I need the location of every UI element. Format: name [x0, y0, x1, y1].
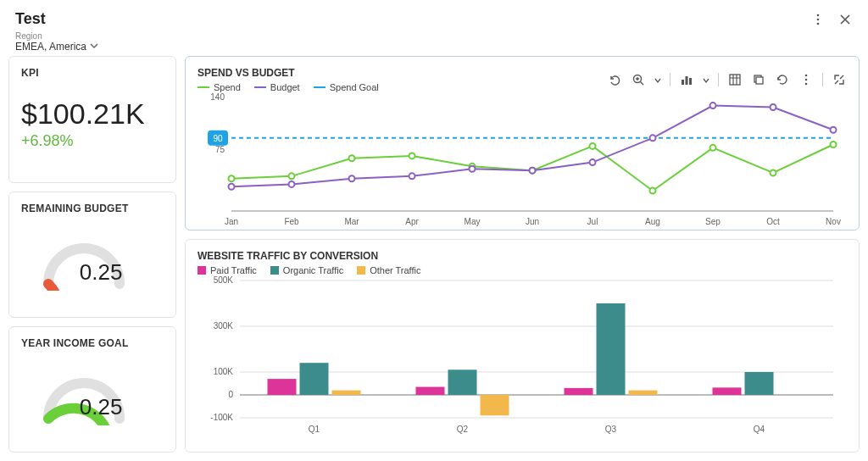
svg-text:Oct: Oct [766, 217, 780, 226]
svg-point-30 [289, 181, 295, 187]
svg-rect-75 [713, 387, 742, 395]
undo-icon[interactable] [607, 72, 622, 87]
svg-point-27 [771, 170, 776, 176]
svg-text:100K: 100K [214, 367, 234, 376]
svg-text:75: 75 [215, 145, 225, 154]
svg-point-2 [817, 23, 820, 25]
svg-point-21 [409, 153, 415, 158]
svg-text:Q4: Q4 [754, 425, 765, 434]
svg-point-29 [229, 184, 235, 190]
svg-text:Jun: Jun [526, 217, 539, 226]
chevron-down-icon [654, 72, 661, 87]
year-income-goal-card[interactable]: YEAR INCOME GOAL 0.25 [8, 326, 176, 453]
svg-point-39 [831, 127, 837, 133]
table-icon[interactable] [727, 72, 743, 87]
svg-text:0: 0 [228, 390, 233, 399]
chart-toolbar [607, 72, 847, 87]
svg-text:140: 140 [210, 92, 225, 102]
expand-icon[interactable] [832, 72, 847, 87]
remaining-budget-card[interactable]: REMAINING BUDGET 0.25 [8, 192, 176, 318]
svg-text:300K: 300K [214, 321, 234, 330]
svg-text:Sep: Sep [705, 217, 721, 226]
svg-rect-71 [565, 388, 593, 395]
svg-rect-68 [448, 369, 477, 395]
svg-rect-6 [689, 78, 692, 85]
svg-point-32 [409, 173, 415, 179]
refresh-icon[interactable] [775, 72, 790, 87]
spend-vs-budget-chart: 7514090JanFebMarAprMayJunJulAugSepOctNov [198, 92, 842, 228]
legend-organic: Organic Traffic [283, 265, 343, 275]
legend-spend-goal: Spend Goal [330, 82, 379, 92]
svg-rect-76 [745, 372, 774, 395]
svg-text:Mar: Mar [344, 217, 359, 226]
website-traffic-card[interactable]: WEBSITE TRAFFIC BY CONVERSION Paid Traff… [185, 239, 860, 453]
svg-point-31 [349, 175, 355, 181]
kpi-card[interactable]: KPI $100.21K +6.98% [8, 56, 176, 183]
spend-chart-title: SPEND VS BUDGET [198, 67, 379, 79]
copy-icon[interactable] [751, 72, 766, 87]
svg-point-25 [650, 188, 656, 194]
svg-point-33 [470, 166, 476, 172]
svg-text:Aug: Aug [645, 217, 660, 226]
svg-point-12 [805, 83, 808, 86]
legend-paid: Paid Traffic [210, 265, 257, 275]
legend-budget: Budget [270, 82, 300, 92]
svg-text:90: 90 [213, 134, 223, 143]
svg-rect-64 [300, 363, 329, 395]
svg-point-18 [229, 175, 235, 181]
chart-type-icon[interactable] [679, 72, 694, 87]
svg-point-34 [530, 168, 536, 174]
svg-point-19 [289, 173, 295, 179]
chevron-down-icon [703, 72, 709, 87]
svg-rect-7 [730, 75, 740, 85]
year-income-goal-title: YEAR INCOME GOAL [21, 337, 164, 349]
region-value-text: EMEA, America [15, 41, 86, 53]
region-dropdown[interactable]: EMEA, America [15, 41, 810, 53]
svg-text:Q2: Q2 [457, 425, 469, 434]
legend-spend: Spend [214, 82, 241, 92]
svg-text:Jan: Jan [225, 217, 238, 226]
svg-rect-63 [268, 379, 297, 395]
svg-point-35 [590, 159, 596, 165]
svg-point-10 [805, 75, 808, 77]
website-traffic-chart: -100K0100K300K500KQ1Q2Q3Q4 [198, 275, 842, 436]
close-icon[interactable] [837, 12, 853, 27]
svg-rect-4 [682, 80, 684, 85]
svg-text:Q1: Q1 [309, 425, 320, 434]
more-vertical-icon[interactable] [798, 72, 814, 87]
svg-text:May: May [465, 217, 481, 226]
region-label: Region [15, 31, 810, 41]
page-title: Test [15, 10, 810, 28]
svg-point-26 [710, 145, 716, 151]
svg-point-20 [349, 155, 355, 161]
svg-point-0 [817, 14, 820, 17]
svg-point-37 [710, 103, 716, 108]
svg-text:Jul: Jul [587, 217, 598, 226]
svg-point-1 [817, 19, 820, 21]
year-income-goal-value: 0.25 [80, 394, 123, 420]
spend-chart-legend: Spend Budget Spend Goal [198, 82, 379, 92]
kpi-delta: +6.98% [21, 132, 164, 150]
more-options-icon[interactable] [810, 12, 826, 27]
svg-rect-69 [481, 395, 509, 415]
svg-point-36 [650, 135, 656, 141]
spend-vs-budget-card[interactable]: SPEND VS BUDGET Spend Budget Spend Goal [185, 56, 860, 230]
traffic-chart-legend: Paid Traffic Organic Traffic Other Traff… [198, 265, 847, 275]
svg-text:Nov: Nov [826, 217, 841, 226]
svg-rect-9 [756, 77, 763, 84]
svg-rect-73 [629, 391, 658, 395]
svg-text:Feb: Feb [284, 217, 299, 226]
remaining-budget-title: REMAINING BUDGET [21, 203, 164, 214]
svg-rect-67 [416, 387, 445, 395]
svg-rect-5 [686, 76, 688, 85]
svg-point-38 [771, 104, 776, 110]
svg-rect-72 [597, 303, 626, 395]
svg-text:Apr: Apr [405, 217, 419, 226]
svg-text:-100K: -100K [210, 413, 233, 422]
svg-text:Q3: Q3 [605, 425, 617, 434]
remaining-budget-value: 0.25 [80, 259, 123, 286]
legend-other: Other Traffic [370, 265, 420, 275]
svg-rect-65 [332, 391, 361, 395]
zoom-icon[interactable] [631, 72, 646, 87]
kpi-value: $100.21K [21, 97, 164, 131]
